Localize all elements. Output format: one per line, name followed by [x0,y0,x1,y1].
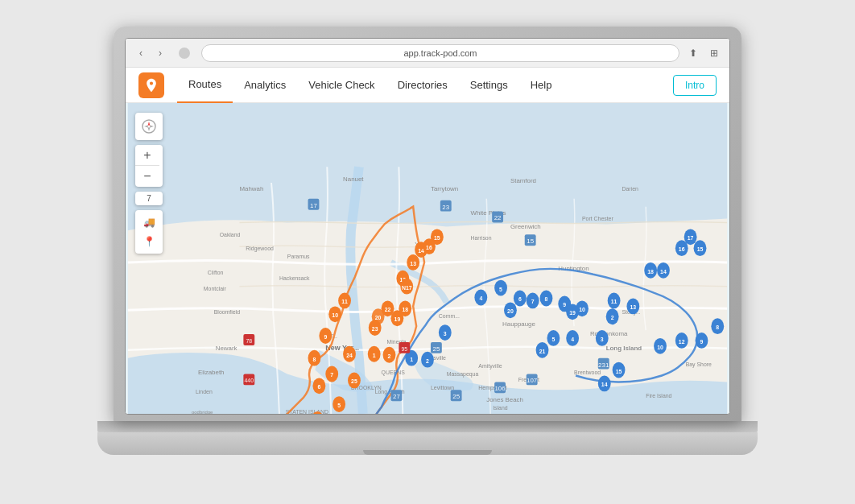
app-navbar: Routes Analytics Vehicle Check Directori… [126,68,729,103]
nav-item-routes[interactable]: Routes [177,68,233,103]
svg-text:8: 8 [313,357,316,362]
back-button[interactable]: ‹ [134,46,148,60]
svg-text:9: 9 [324,334,327,340]
nav-item-vehicle-check[interactable]: Vehicle Check [297,68,386,103]
svg-text:11: 11 [611,299,618,304]
map-tool-truck[interactable]: 🚚 [138,213,159,231]
svg-text:23: 23 [372,326,378,332]
svg-text:Clifton: Clifton [208,270,224,275]
svg-text:3: 3 [444,331,447,337]
share-button[interactable]: ⬆ [686,46,700,60]
browser-nav-controls: ‹ › [134,46,167,60]
svg-text:107: 107 [527,377,537,384]
nav-item-directories[interactable]: Directories [386,68,459,103]
map-tool-panel: 🚚 📍 [135,210,163,254]
zoom-controls: + − [135,145,163,187]
svg-text:Massapequa: Massapequa [447,371,479,378]
svg-text:10: 10 [579,307,585,312]
svg-text:13: 13 [410,261,416,266]
svg-text:440: 440 [245,378,254,383]
address-bar[interactable]: app.track-pod.com [201,44,679,62]
nav-item-analytics[interactable]: Analytics [233,68,297,103]
map-container[interactable]: Mahwah Nanuet Tarrytown Stamford Darien … [126,103,729,414]
nav-items: Routes Analytics Vehicle Check Directori… [177,68,673,103]
svg-text:Island: Island [493,405,508,411]
svg-text:Bay Shore: Bay Shore [686,361,712,368]
svg-text:5: 5 [551,337,555,342]
svg-text:Oakland: Oakland [220,232,241,238]
laptop-base [97,432,758,455]
svg-text:15: 15 [434,235,440,241]
svg-text:Fire Island: Fire Island [646,393,671,399]
zoom-in-button[interactable]: + [135,145,159,166]
map-scale: 7 [135,192,163,205]
laptop-frame: ‹ › app.track-pod.com ⬆ ⊞ [97,27,758,477]
app-logo [138,72,164,98]
svg-text:Tarrytown: Tarrytown [431,185,458,192]
svg-text:18: 18 [647,269,654,275]
svg-text:20: 20 [375,315,382,320]
svg-text:27: 27 [393,393,400,400]
svg-text:1: 1 [373,353,376,358]
svg-text:6: 6 [518,296,522,302]
svg-text:Ridgewood: Ridgewood [246,246,274,252]
svg-text:Darien: Darien [622,186,638,192]
svg-text:2: 2 [611,315,614,320]
browser-window: ‹ › app.track-pod.com ⬆ ⊞ [125,38,730,415]
svg-text:Ronkonkoma: Ronkonkoma [590,330,628,337]
compass-icon [141,118,157,134]
svg-text:19: 19 [569,310,576,316]
svg-text:5: 5 [337,403,341,408]
svg-text:7: 7 [330,372,333,378]
svg-text:21: 21 [539,349,546,354]
laptop-screen: ‹ › app.track-pod.com ⬆ ⊞ [114,27,741,421]
svg-text:15: 15 [527,238,534,245]
svg-text:20: 20 [507,308,514,314]
svg-text:17: 17 [310,202,317,209]
svg-text:2: 2 [426,358,429,364]
svg-text:Bloomfield: Bloomfield [214,309,240,315]
svg-text:Brentwood: Brentwood [574,370,601,375]
intro-button[interactable]: Intro [673,75,717,96]
svg-text:106: 106 [494,385,506,392]
svg-text:23: 23 [442,204,449,211]
svg-text:Linden: Linden [196,389,213,395]
svg-text:25: 25 [432,345,440,353]
nav-item-settings[interactable]: Settings [459,68,519,103]
svg-text:78: 78 [246,338,252,344]
map-compass[interactable] [135,113,163,140]
camera-icon [179,48,190,59]
svg-text:16: 16 [679,246,685,252]
laptop-hinge [97,421,758,432]
zoom-out-button[interactable]: − [135,166,159,187]
svg-text:2: 2 [388,353,391,359]
svg-text:Nanuet: Nanuet [343,176,364,183]
svg-text:3: 3 [601,337,604,342]
svg-text:Hauppauge: Hauppauge [502,320,535,328]
svg-text:QUEENS: QUEENS [382,370,406,376]
svg-text:13: 13 [630,304,637,310]
svg-text:Paramus: Paramus [287,254,310,259]
svg-text:Amityville: Amityville [478,363,502,370]
svg-text:24: 24 [346,353,353,358]
svg-text:8: 8 [545,296,548,302]
map-tool-pin[interactable]: 📍 [138,233,159,250]
svg-text:15: 15 [697,246,704,252]
new-tab-button[interactable]: ⊞ [707,46,721,60]
svg-text:16: 16 [426,245,432,250]
svg-text:9: 9 [563,302,566,308]
svg-text:19: 19 [394,316,401,322]
browser-action-buttons: ⬆ ⊞ [686,46,721,60]
svg-text:10: 10 [657,345,663,350]
logo-icon [143,77,159,93]
nav-item-help[interactable]: Help [519,68,564,103]
svg-text:Comm...: Comm... [439,313,460,319]
svg-text:N17: N17 [402,285,412,291]
forward-button[interactable]: › [153,46,167,60]
svg-text:Stamford: Stamford [510,177,536,184]
svg-text:14: 14 [660,269,667,275]
svg-text:Greenwich: Greenwich [510,223,541,230]
svg-text:25: 25 [351,378,357,384]
svg-text:10: 10 [332,312,338,318]
svg-text:5: 5 [499,287,502,292]
